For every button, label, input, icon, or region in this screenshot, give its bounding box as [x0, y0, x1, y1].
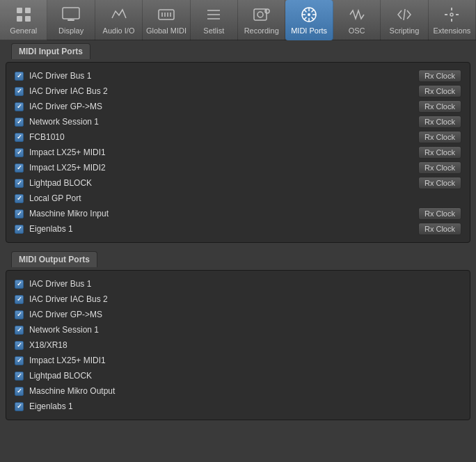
port-name: IAC Driver Bus 1 — [29, 279, 461, 289]
output-port-row: Network Session 1 — [6, 322, 470, 337]
port-name: Eigenlabs 1 — [29, 401, 461, 411]
general-label: General — [10, 26, 37, 35]
input-port-row: IAC Driver GP->MS Rx Clock — [6, 99, 470, 114]
port-name: Impact LX25+ MIDI1 — [29, 148, 418, 157]
port-name: Local GP Port — [29, 193, 461, 203]
input-port-row: Impact LX25+ MIDI1 Rx Clock — [6, 145, 470, 160]
toolbar-extensions[interactable]: Extensions — [429, 0, 476, 40]
port-checkbox[interactable] — [15, 280, 24, 289]
toolbar-audio-io[interactable]: Audio I/O — [95, 0, 143, 40]
svg-point-29 — [450, 13, 453, 16]
rx-clock-button[interactable]: Rx Clock — [418, 146, 461, 159]
input-port-row: Impact LX25+ MIDI2 Rx Clock — [6, 160, 470, 175]
port-name: IAC Driver IAC Bus 2 — [29, 294, 461, 304]
toolbar-general[interactable]: General — [0, 0, 47, 40]
rx-clock-button[interactable]: Rx Clock — [418, 100, 461, 113]
port-checkbox[interactable] — [15, 164, 24, 173]
output-port-row: IAC Driver GP->MS — [6, 307, 470, 322]
recording-icon — [252, 5, 271, 24]
svg-rect-0 — [17, 8, 22, 13]
port-checkbox[interactable] — [15, 326, 24, 335]
svg-point-17 — [257, 12, 263, 17]
port-name: Network Session 1 — [29, 117, 418, 127]
port-checkbox[interactable] — [15, 356, 24, 365]
input-port-row: IAC Driver IAC Bus 2 Rx Clock — [6, 83, 470, 99]
port-name: Eigenlabs 1 — [29, 224, 418, 234]
input-port-row: FCB1010 Rx Clock — [6, 129, 470, 145]
toolbar: General Display Audio I/O — [0, 0, 476, 40]
osc-icon — [347, 5, 367, 24]
svg-point-19 — [308, 13, 310, 16]
midi-output-section: MIDI Output Ports IAC Driver Bus 1 IAC D… — [0, 248, 476, 426]
port-checkbox[interactable] — [15, 209, 24, 218]
port-checkbox[interactable] — [15, 194, 24, 203]
toolbar-display[interactable]: Display — [47, 0, 95, 40]
port-name: Impact LX25+ MIDI2 — [29, 163, 418, 173]
port-name: Maschine Mikro Input — [29, 209, 418, 218]
port-checkbox[interactable] — [15, 148, 24, 157]
midi-input-header: MIDI Input Ports — [6, 40, 470, 62]
svg-rect-3 — [25, 16, 31, 22]
general-icon — [14, 5, 33, 24]
midi-ports-icon — [299, 5, 319, 24]
display-icon — [61, 5, 81, 24]
output-port-row: Maschine Mikro Output — [6, 383, 470, 399]
port-checkbox[interactable] — [15, 72, 24, 81]
svg-rect-2 — [17, 16, 22, 22]
output-port-row: Lightpad BLOCK — [6, 368, 470, 383]
port-checkbox[interactable] — [15, 87, 24, 96]
recording-label: Recording — [244, 26, 279, 35]
midi-input-section: MIDI Input Ports IAC Driver Bus 1 Rx Clo… — [0, 40, 476, 248]
midi-input-ports-box: IAC Driver Bus 1 Rx Clock IAC Driver IAC… — [6, 62, 470, 243]
port-checkbox[interactable] — [15, 118, 24, 127]
output-port-row: X18/XR18 — [6, 337, 470, 353]
rx-clock-button[interactable]: Rx Clock — [418, 161, 461, 174]
global-midi-label: Global MIDI — [146, 26, 187, 35]
rx-clock-button[interactable]: Rx Clock — [418, 116, 461, 128]
osc-label: OSC — [349, 26, 365, 35]
rx-clock-button[interactable]: Rx Clock — [418, 85, 461, 97]
rx-clock-button[interactable]: Rx Clock — [418, 131, 461, 143]
toolbar-setlist[interactable]: Setlist — [191, 0, 238, 40]
svg-line-25 — [312, 17, 315, 20]
midi-output-tab: MIDI Output Ports — [11, 251, 97, 267]
port-name: FCB1010 — [29, 132, 418, 142]
port-name: IAC Driver GP->MS — [29, 310, 461, 319]
port-checkbox[interactable] — [15, 102, 24, 111]
input-port-row: Eigenlabs 1 Rx Clock — [6, 221, 470, 237]
toolbar-osc[interactable]: OSC — [333, 0, 381, 40]
port-checkbox[interactable] — [15, 387, 24, 396]
rx-clock-button[interactable]: Rx Clock — [418, 207, 461, 220]
port-checkbox[interactable] — [15, 179, 24, 188]
port-name: IAC Driver IAC Bus 2 — [29, 86, 418, 96]
toolbar-midi-ports[interactable]: MIDI Ports — [285, 0, 333, 40]
toolbar-global-midi[interactable]: Global MIDI — [143, 0, 190, 40]
svg-rect-5 — [68, 19, 74, 21]
rx-clock-button[interactable]: Rx Clock — [418, 177, 461, 189]
port-checkbox[interactable] — [15, 295, 24, 304]
svg-line-26 — [312, 10, 315, 13]
port-checkbox[interactable] — [15, 402, 24, 411]
rx-clock-button[interactable]: Rx Clock — [418, 70, 461, 82]
rx-clock-button[interactable]: Rx Clock — [418, 223, 461, 235]
toolbar-scripting[interactable]: Scripting — [381, 0, 428, 40]
port-checkbox[interactable] — [15, 341, 24, 350]
port-checkbox[interactable] — [15, 372, 24, 381]
svg-line-28 — [404, 9, 405, 20]
toolbar-recording[interactable]: Recording — [238, 0, 285, 40]
svg-rect-7 — [159, 10, 174, 19]
svg-rect-1 — [25, 8, 31, 13]
port-name: X18/XR18 — [29, 340, 461, 350]
port-checkbox[interactable] — [15, 310, 24, 319]
port-checkbox[interactable] — [15, 133, 24, 142]
port-checkbox[interactable] — [15, 225, 24, 234]
scripting-label: Scripting — [390, 26, 420, 35]
setlist-icon — [204, 5, 223, 24]
svg-rect-4 — [63, 8, 79, 19]
midi-output-header: MIDI Output Ports — [6, 248, 470, 270]
port-name: Lightpad BLOCK — [29, 178, 418, 188]
port-name: Network Session 1 — [29, 325, 461, 335]
port-name: IAC Driver Bus 1 — [29, 71, 418, 81]
extensions-icon — [442, 5, 461, 24]
svg-point-16 — [265, 9, 269, 13]
